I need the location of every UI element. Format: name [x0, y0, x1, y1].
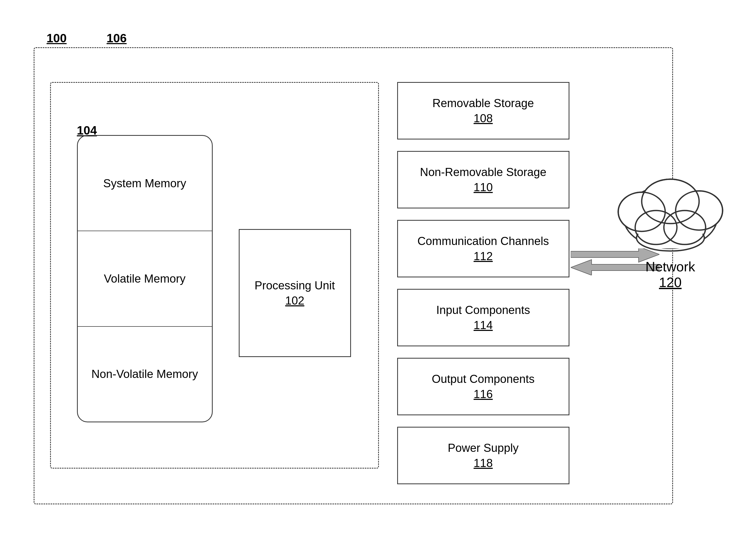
memory-box: System Memory Volatile Memory Non-Volati… — [77, 135, 213, 422]
input-components-label: Input Components — [436, 304, 530, 317]
communication-channels-box: Communication Channels 112 — [397, 220, 569, 278]
outer-box: 104 System Memory Volatile Memory Non-Vo… — [34, 47, 673, 504]
non-removable-storage-ref: 110 — [474, 181, 493, 194]
processing-unit-box: Processing Unit 102 — [239, 229, 351, 357]
label-106: 106 — [107, 31, 127, 45]
system-memory-section: System Memory — [78, 136, 212, 231]
output-components-box: Output Components 116 — [397, 358, 569, 415]
processing-unit-ref: 102 — [285, 294, 304, 307]
removable-storage-box: Removable Storage 108 — [397, 82, 569, 139]
input-components-ref: 114 — [474, 319, 493, 332]
removable-storage-label: Removable Storage — [432, 97, 534, 110]
output-components-label: Output Components — [432, 373, 535, 386]
output-components-ref: 116 — [474, 388, 493, 401]
non-removable-storage-box: Non-Removable Storage 110 — [397, 151, 569, 208]
volatile-memory-section: Volatile Memory — [78, 231, 212, 327]
input-components-box: Input Components 114 — [397, 289, 569, 346]
power-supply-box: Power Supply 118 — [397, 427, 569, 484]
communication-channels-ref: 112 — [474, 250, 493, 263]
right-column: Removable Storage 108 Non-Removable Stor… — [397, 82, 569, 484]
communication-channels-label: Communication Channels — [418, 234, 549, 247]
label-100: 100 — [47, 31, 67, 45]
cloud-icon — [616, 165, 725, 259]
network-area: Network 120 — [616, 165, 725, 290]
removable-storage-ref: 108 — [474, 112, 493, 125]
diagram: 100 106 104 System Memory Volatile Memor… — [26, 26, 730, 523]
non-removable-storage-label: Non-Removable Storage — [420, 165, 546, 179]
power-supply-label: Power Supply — [448, 441, 519, 455]
power-supply-ref: 118 — [474, 457, 493, 470]
inner-box: 104 System Memory Volatile Memory Non-Vo… — [50, 82, 379, 469]
non-volatile-memory-section: Non-Volatile Memory — [78, 327, 212, 422]
processing-unit-label: Processing Unit — [254, 279, 335, 292]
network-label: Network 120 — [645, 259, 695, 290]
